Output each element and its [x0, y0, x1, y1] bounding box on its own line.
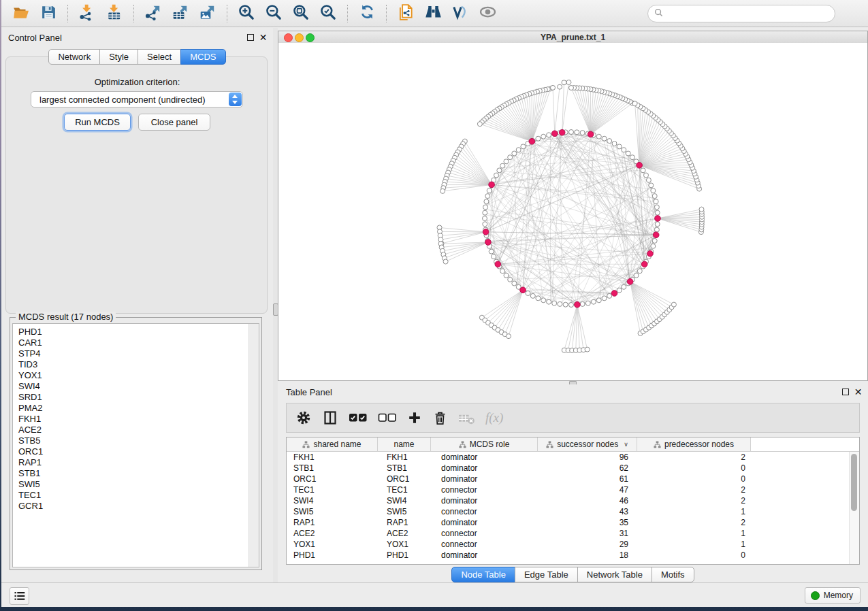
float-panel-button[interactable] [246, 33, 255, 42]
tab-network-table[interactable]: Network Table [577, 567, 652, 582]
table-row[interactable]: YOX1YOX1connector291 [287, 539, 850, 550]
mcds-result-list[interactable]: PHD1CAR1STP4TID3YOX1SWI4SRD1PMA2FKH1ACE2… [12, 323, 259, 567]
share-network-document-button[interactable] [393, 3, 419, 24]
delete-table-button[interactable] [458, 410, 475, 427]
mcds-node-item[interactable]: STP4 [18, 348, 259, 359]
table-row[interactable]: SWI5SWI5connector431 [287, 506, 850, 517]
import-network-icon [78, 3, 96, 24]
show-columns-button[interactable] [322, 410, 338, 426]
select-all-columns-button[interactable] [349, 412, 368, 423]
tab-mcds[interactable]: MCDS [180, 49, 225, 65]
mcds-node-item[interactable]: SRD1 [18, 392, 259, 403]
table-row[interactable]: ORC1ORC1dominator610 [287, 474, 850, 484]
tab-select[interactable]: Select [138, 49, 181, 65]
zoom-selected-button[interactable] [315, 3, 341, 24]
mcds-result-group: MCDS result (17 nodes) PHD1CAR1STP4TID3Y… [10, 317, 262, 570]
close-table-panel-button[interactable]: ✕ [854, 387, 863, 396]
column-header-mcds-role[interactable]: MCDS role [431, 437, 538, 451]
search-input[interactable] [666, 8, 829, 19]
search-box [647, 5, 835, 22]
cell-name: SWI5 [378, 507, 431, 516]
import-table-button[interactable] [101, 3, 127, 24]
table-row[interactable]: FKH1FKH1dominator962 [287, 452, 850, 463]
save-session-button[interactable] [35, 3, 61, 24]
vizmapper-button[interactable] [447, 3, 473, 24]
mcds-list-scrollbar[interactable] [248, 324, 259, 567]
table-row[interactable]: STB1STB1dominator620 [287, 463, 850, 474]
cell-mcds-role: connector [431, 507, 538, 516]
cell-mcds-role: dominator [431, 518, 538, 527]
close-panel-action-button[interactable]: Close panel [138, 114, 210, 131]
column-header-name[interactable]: name [378, 437, 431, 451]
folder-icon [12, 3, 30, 24]
cell-name: PHD1 [378, 550, 431, 560]
close-icon: ✕ [854, 389, 863, 395]
unselect-all-columns-button[interactable] [378, 412, 397, 423]
export-table-button[interactable] [167, 3, 193, 24]
mcds-node-item[interactable]: YOX1 [18, 370, 259, 381]
refresh-button[interactable] [354, 3, 380, 24]
mcds-node-item[interactable]: RAP1 [18, 457, 259, 468]
table-row[interactable]: RAP1RAP1dominator352 [287, 517, 850, 528]
task-history-button[interactable] [10, 587, 29, 605]
zoom-fit-button[interactable] [288, 3, 314, 24]
table-row[interactable]: PHD1PHD1dominator180 [287, 550, 850, 561]
column-header-successor-nodes[interactable]: successor nodes ∨ [538, 437, 637, 451]
scrollbar-thumb[interactable] [851, 454, 857, 511]
table-row[interactable]: TEC1TEC1connector472 [287, 484, 850, 495]
table-row[interactable]: SWI4SWI4dominator462 [287, 495, 850, 506]
cell-successor-nodes: 46 [538, 496, 637, 506]
export-network-button[interactable] [140, 3, 166, 24]
network-window-titlebar[interactable]: YPA_prune.txt_1 [278, 31, 867, 44]
vertical-splitter[interactable] [273, 28, 278, 583]
graphics-details-button[interactable] [475, 3, 500, 24]
mcds-node-item[interactable]: STB5 [18, 435, 259, 446]
window-zoom-icon[interactable] [306, 33, 315, 42]
mcds-node-item[interactable]: GCR1 [18, 501, 259, 512]
mcds-node-item[interactable]: TEC1 [18, 490, 259, 501]
cell-successor-nodes: 35 [538, 518, 637, 527]
zoom-out-button[interactable] [261, 3, 287, 24]
column-header-shared-name[interactable]: shared name [287, 437, 378, 451]
mcds-node-item[interactable]: PHD1 [18, 327, 259, 337]
mcds-node-item[interactable]: CAR1 [18, 337, 259, 348]
float-table-panel-button[interactable] [841, 387, 850, 396]
export-image-button[interactable] [195, 3, 221, 24]
tab-motifs[interactable]: Motifs [652, 567, 694, 582]
binoculars-icon [424, 3, 443, 24]
table-row[interactable]: ACE2ACE2connector311 [287, 528, 850, 539]
delete-column-button[interactable] [432, 410, 448, 426]
tab-edge-table[interactable]: Edge Table [515, 567, 578, 582]
tab-node-table[interactable]: Node Table [451, 567, 515, 582]
mcds-node-item[interactable]: TID3 [18, 359, 259, 370]
export-image-icon [199, 3, 216, 24]
tab-network[interactable]: Network [48, 49, 100, 65]
create-column-button[interactable] [407, 410, 422, 425]
optimization-criterion-select[interactable]: largest connected component (undirected) [31, 91, 243, 108]
table-scrollbar[interactable] [849, 452, 859, 564]
run-mcds-button[interactable]: Run MCDS [64, 114, 131, 131]
mcds-node-item[interactable]: ACE2 [18, 425, 259, 435]
zoom-in-button[interactable] [234, 3, 259, 24]
import-network-button[interactable] [74, 3, 100, 24]
function-builder-button[interactable]: f(x) [485, 410, 503, 425]
window-minimize-icon[interactable] [295, 33, 304, 42]
find-button[interactable] [420, 3, 446, 24]
control-panel-title: Control Panel [8, 33, 62, 43]
sort-descending-icon: ∨ [624, 441, 628, 448]
memory-label: Memory [824, 591, 853, 600]
open-session-button[interactable] [8, 3, 34, 24]
mcds-node-item[interactable]: FKH1 [18, 414, 259, 425]
memory-button[interactable]: Memory [805, 587, 861, 604]
mcds-node-item[interactable]: ORC1 [18, 446, 259, 457]
mcds-node-item[interactable]: PMA2 [18, 403, 259, 414]
column-header-predecessor-nodes[interactable]: predecessor nodes [637, 437, 751, 451]
mcds-node-item[interactable]: STB1 [18, 468, 259, 479]
mcds-node-item[interactable]: SWI5 [18, 479, 259, 490]
table-settings-button[interactable] [295, 410, 312, 426]
close-panel-button[interactable]: ✕ [259, 33, 268, 42]
mcds-node-item[interactable]: SWI4 [18, 381, 259, 392]
network-graph[interactable] [278, 43, 867, 380]
tab-style[interactable]: Style [99, 49, 138, 65]
window-close-icon[interactable] [284, 33, 293, 42]
